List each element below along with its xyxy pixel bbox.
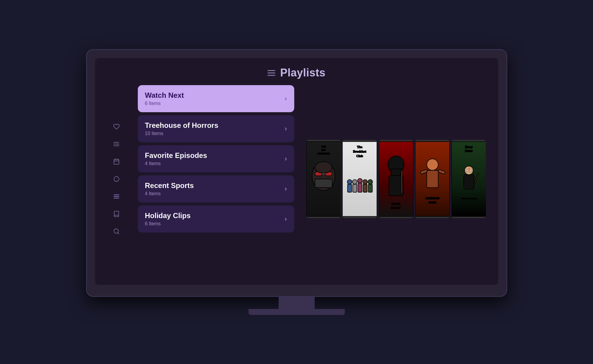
playlist-name: Holiday Clips <box>145 211 191 220</box>
svg-point-46 <box>427 159 438 170</box>
playlist-item-watch-next[interactable]: Watch Next 6 Items › <box>138 85 294 112</box>
playlist-name: Watch Next <box>145 91 184 100</box>
svg-rect-28 <box>348 184 352 192</box>
heart-icon <box>113 123 120 130</box>
sidebar <box>107 85 126 273</box>
svg-point-35 <box>368 180 372 184</box>
svg-rect-3 <box>114 159 119 165</box>
svg-text:BIG: BIG <box>321 149 326 151</box>
sidebar-item-circle[interactable] <box>113 176 120 182</box>
book-icon <box>113 211 120 217</box>
svg-rect-42 <box>401 170 403 193</box>
playlist-item-text: Watch Next 6 Items <box>145 91 184 106</box>
playlist-count: 4 Items <box>145 161 207 166</box>
svg-text:Breakfast: Breakfast <box>353 150 366 153</box>
svg-rect-32 <box>358 183 362 192</box>
tv-stand-neck <box>279 297 315 309</box>
sidebar-item-list-check[interactable] <box>113 141 120 147</box>
tv-screen-outer: Playlists <box>86 49 507 297</box>
svg-point-27 <box>347 180 352 184</box>
playlist-name: Recent Sports <box>145 181 194 190</box>
svg-marker-39 <box>390 169 402 176</box>
page-header: Playlists <box>95 58 498 85</box>
svg-point-7 <box>114 177 119 182</box>
svg-text:STAR: STAR <box>391 202 400 205</box>
svg-point-33 <box>363 180 367 184</box>
svg-text:AMERICAN: AMERICAN <box>425 197 439 200</box>
sidebar-item-search[interactable] <box>113 228 120 235</box>
list-check-icon <box>113 141 120 147</box>
playlist-count: 6 Items <box>145 221 191 227</box>
svg-line-12 <box>118 233 119 234</box>
chevron-right-icon: › <box>285 95 287 103</box>
poster-harry-potter[interactable]: Harry Potter <box>452 140 486 218</box>
playlist-item-holiday-clips[interactable]: Holiday Clips 6 Items › <box>138 205 294 233</box>
sidebar-item-favorites[interactable] <box>113 123 120 130</box>
playlist-item-text: Favorite Episodes 4 Items <box>145 151 207 166</box>
playlist-count: 4 Items <box>145 191 194 196</box>
svg-text:The: The <box>357 145 363 149</box>
svg-point-18 <box>315 162 332 173</box>
calendar-icon <box>113 158 120 165</box>
svg-text:Harry: Harry <box>465 145 473 149</box>
svg-rect-47 <box>427 170 438 187</box>
poster-big-lebowski-art: THE BIG LEBOWSKI <box>306 140 341 218</box>
svg-text:Club: Club <box>357 154 363 158</box>
svg-text:LEBOWSKI: LEBOWSKI <box>317 152 329 155</box>
page-title: Playlists <box>280 66 326 79</box>
chevron-right-icon: › <box>285 155 287 163</box>
playlist-item-favorite-episodes[interactable]: Favorite Episodes 4 Items › <box>138 145 294 172</box>
tv-wrapper: Playlists <box>86 49 507 315</box>
playlist-item-text: Holiday Clips 6 Items <box>145 211 191 227</box>
sidebar-item-calendar[interactable] <box>113 158 120 165</box>
poster-breakfast-club-art: The Breakfast Club <box>342 140 377 218</box>
search-icon <box>113 228 120 235</box>
svg-text:MADE: MADE <box>429 201 437 204</box>
svg-rect-34 <box>363 184 367 192</box>
menu-icon <box>267 70 275 76</box>
chevron-right-icon: › <box>285 125 287 133</box>
svg-rect-59 <box>464 175 474 189</box>
playlist-item-recent-sports[interactable]: Recent Sports 4 Items › <box>138 175 294 202</box>
playlist-name: Favorite Episodes <box>145 151 207 160</box>
svg-text:WARS: WARS <box>391 206 401 209</box>
chevron-right-icon: › <box>285 215 287 223</box>
poster-star-wars-art: STAR WARS <box>379 140 413 218</box>
playlist-count: 6 Items <box>145 101 184 106</box>
playlist-item-text: Treehouse of Horrors 10 Items <box>145 121 218 136</box>
main-content: Watch Next 6 Items › Treehouse of Horror… <box>95 85 498 285</box>
poster-big-lebowski[interactable]: THE BIG LEBOWSKI <box>306 140 341 218</box>
lines-icon <box>113 193 120 200</box>
playlist-item-treehouse[interactable]: Treehouse of Horrors 10 Items › <box>138 115 294 142</box>
circle-icon <box>113 176 120 182</box>
playlist-name: Treehouse of Horrors <box>145 121 218 130</box>
playlist-count: 10 Items <box>145 131 218 136</box>
tv-stand-base <box>249 309 345 315</box>
svg-text:THE: THE <box>321 145 326 148</box>
svg-rect-19 <box>315 179 332 188</box>
svg-point-29 <box>353 180 357 184</box>
poster-harry-potter-art: Harry Potter <box>452 140 486 218</box>
posters-panel: THE BIG LEBOWSKI <box>306 85 486 273</box>
svg-rect-36 <box>368 184 372 192</box>
tv-screen: Playlists <box>95 58 498 285</box>
playlists-panel: Watch Next 6 Items › Treehouse of Horror… <box>138 85 294 273</box>
poster-breakfast-club[interactable]: The Breakfast Club <box>342 140 377 218</box>
sidebar-item-book[interactable] <box>113 211 120 217</box>
poster-american-made[interactable]: AMERICAN MADE <box>415 140 450 218</box>
svg-text:Chamber of Secrets: Chamber of Secrets <box>461 197 477 199</box>
svg-text:Potter: Potter <box>465 149 473 153</box>
poster-star-wars[interactable]: STAR WARS <box>379 140 413 218</box>
playlist-item-text: Recent Sports 4 Items <box>145 181 194 196</box>
svg-point-31 <box>358 178 362 183</box>
poster-american-made-art: AMERICAN MADE <box>415 140 450 218</box>
svg-rect-30 <box>353 184 357 192</box>
chevron-right-icon: › <box>285 185 287 193</box>
sidebar-item-lines[interactable] <box>113 193 120 200</box>
